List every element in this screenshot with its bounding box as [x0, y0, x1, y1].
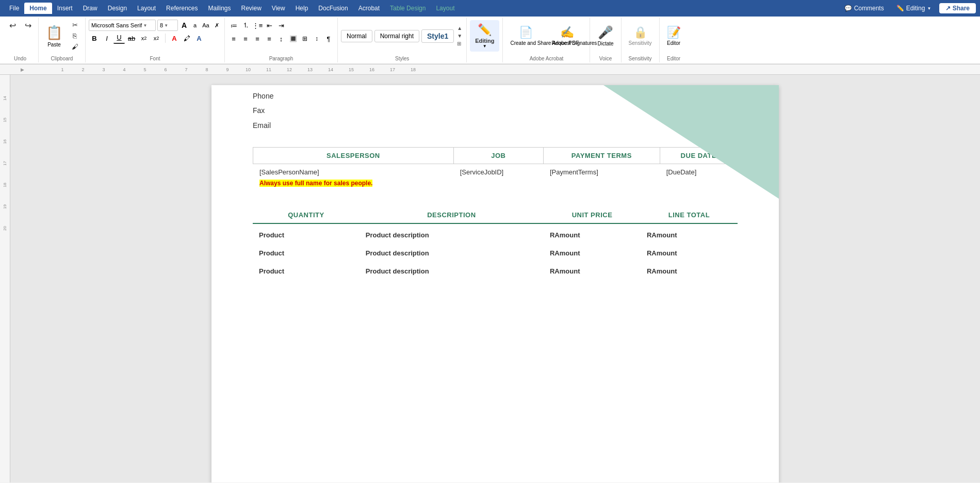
comments-button[interactable]: 💬 Comments	[840, 3, 888, 13]
items-table: QUANTITY DESCRIPTION UNIT PRICE LINE TOT…	[253, 207, 738, 280]
format-painter-button[interactable]: 🖌	[68, 42, 82, 52]
redo-button[interactable]: ↪	[21, 20, 35, 31]
undo-group-label: Undo	[2, 56, 38, 61]
total-cell-3[interactable]: RAmount	[641, 262, 738, 280]
tab-help[interactable]: Help	[290, 3, 314, 14]
multilevel-button[interactable]: ⋮≡	[252, 20, 263, 31]
tab-file[interactable]: File	[4, 3, 24, 14]
tab-design[interactable]: Design	[103, 3, 132, 14]
tab-view[interactable]: View	[267, 3, 290, 14]
numbering-button[interactable]: ⒈	[240, 20, 251, 31]
adobe-acrobat-group-label: Adobe Acrobat	[503, 56, 590, 61]
highlight-button[interactable]: 🖍	[181, 33, 192, 44]
sort-button[interactable]: ↕	[311, 33, 322, 44]
style-normal-right[interactable]: Normal right	[374, 30, 419, 42]
show-hide-button[interactable]: ¶	[323, 33, 334, 44]
editor-group-label: Editor	[660, 56, 688, 61]
styles-scroll-up[interactable]: ▲	[456, 25, 463, 32]
strikethrough-button[interactable]: ab	[126, 33, 137, 44]
total-cell-2[interactable]: RAmount	[641, 244, 738, 262]
dictate-icon: 🎤	[598, 25, 613, 40]
unit-cell-3[interactable]: RAmount	[544, 262, 641, 280]
italic-button[interactable]: I	[101, 33, 112, 44]
tab-layout-2[interactable]: Layout	[431, 3, 460, 14]
qty-cell-3[interactable]: Product	[253, 262, 360, 280]
tab-mailings[interactable]: Mailings	[203, 3, 236, 14]
qty-cell-2[interactable]: Product	[253, 244, 360, 262]
font-size-selector[interactable]: 8 ▼	[157, 20, 178, 31]
create-pdf-icon: 📄	[519, 26, 533, 39]
styles-more[interactable]: ⊞	[456, 40, 463, 47]
table-row: Product Product description RAmount RAmo…	[253, 262, 738, 280]
ribbon-content: ↩ ↪ Undo 📋 Paste ✂ ⎘ 🖌 Clipboard	[0, 17, 980, 64]
bold-button[interactable]: B	[89, 33, 100, 44]
editing-group-button[interactable]: ✏️ Editing ▼	[470, 20, 499, 52]
unit-price-header: UNIT PRICE	[544, 207, 641, 223]
decrease-indent-button[interactable]: ⇤	[264, 20, 275, 31]
total-cell-1[interactable]: RAmount	[641, 223, 738, 244]
align-left-button[interactable]: ≡	[228, 33, 239, 44]
editing-button[interactable]: ✏️ Editing ▼	[892, 3, 936, 13]
share-icon: ↗	[945, 5, 952, 12]
desc-cell-1[interactable]: Product description	[360, 223, 544, 244]
dictate-button[interactable]: 🎤 Dictate	[593, 23, 617, 49]
qty-cell-1[interactable]: Product	[253, 223, 360, 244]
unit-cell-1[interactable]: RAmount	[544, 223, 641, 244]
editor-button[interactable]: 📝 Editor	[663, 24, 685, 48]
request-signatures-button[interactable]: ✍️ Request Signatures	[547, 24, 586, 49]
salesperson-cell[interactable]: [SalesPersonName] Always use full name f…	[253, 164, 454, 191]
table-row: Product Product description RAmount RAmo…	[253, 244, 738, 262]
tab-layout[interactable]: Layout	[132, 3, 161, 14]
bullets-button[interactable]: ≔	[228, 20, 239, 31]
line-spacing-button[interactable]: ↕	[275, 33, 287, 44]
document-scroll[interactable]: Phone Fax Email SALESPERSON JOB PAYMENT …	[10, 75, 980, 482]
underline-button[interactable]: U	[113, 33, 125, 44]
font-name-selector[interactable]: Microsoft Sans Serif ▼	[89, 20, 156, 31]
align-center-button[interactable]: ≡	[240, 33, 251, 44]
style-normal[interactable]: Normal	[341, 30, 372, 42]
borders-button[interactable]: ⊞	[299, 33, 311, 44]
subscript-button[interactable]: x2	[138, 33, 150, 44]
styles-group: Normal Normal right Style1 ▲ ▼ ⊞ Styles	[338, 18, 467, 62]
desc-cell-3[interactable]: Product description	[360, 262, 544, 280]
paste-icon: 📋	[46, 25, 62, 41]
create-pdf-button[interactable]: 📄 Create and Share Adobe PDF	[506, 24, 545, 49]
tab-references[interactable]: References	[161, 3, 203, 14]
editing-pencil-icon: ✏️	[896, 5, 904, 12]
justify-button[interactable]: ≡	[264, 33, 275, 44]
shrink-font-button[interactable]: a	[190, 21, 200, 30]
cut-button[interactable]: ✂	[68, 20, 82, 30]
sensitivity-group: 🔒 Sensitivity Sensitivity	[622, 18, 660, 62]
tab-docfusion[interactable]: DocFusion	[313, 3, 353, 14]
line-total-header: LINE TOTAL	[641, 207, 738, 223]
tab-review[interactable]: Review	[236, 3, 267, 14]
tab-acrobat[interactable]: Acrobat	[353, 3, 385, 14]
paste-button[interactable]: 📋 Paste	[42, 23, 67, 50]
fax-label: Fax	[253, 105, 738, 116]
style-style1[interactable]: Style1	[421, 29, 454, 43]
clear-formatting-button[interactable]: ✗	[212, 21, 221, 30]
increase-indent-button[interactable]: ⇥	[275, 20, 287, 31]
superscript-button[interactable]: x2	[151, 33, 162, 44]
tab-table-design[interactable]: Table Design	[385, 3, 431, 14]
text-effects-button[interactable]: A	[193, 33, 205, 44]
tab-insert[interactable]: Insert	[52, 3, 78, 14]
unit-cell-2[interactable]: RAmount	[544, 244, 641, 262]
desc-cell-2[interactable]: Product description	[360, 244, 544, 262]
quantity-header: QUANTITY	[253, 207, 360, 223]
font-color-button[interactable]: A	[169, 33, 180, 44]
grow-font-button[interactable]: A	[179, 21, 189, 30]
shading-button[interactable]: 🔳	[287, 33, 299, 44]
table-row: Product Product description RAmount RAmo…	[253, 223, 738, 244]
editor-icon: 📝	[667, 26, 681, 39]
share-button[interactable]: ↗ Share	[939, 3, 976, 13]
sensitivity-button[interactable]: 🔒 Sensitivity	[625, 24, 656, 48]
tab-home[interactable]: Home	[24, 3, 52, 14]
tab-draw[interactable]: Draw	[78, 3, 103, 14]
job-cell[interactable]: [ServiceJobID]	[453, 164, 543, 191]
undo-button[interactable]: ↩	[5, 20, 20, 31]
copy-button[interactable]: ⎘	[68, 31, 82, 41]
change-case-button[interactable]: Aa	[201, 21, 210, 30]
styles-scroll-down[interactable]: ▼	[456, 33, 463, 40]
align-right-button[interactable]: ≡	[252, 33, 263, 44]
